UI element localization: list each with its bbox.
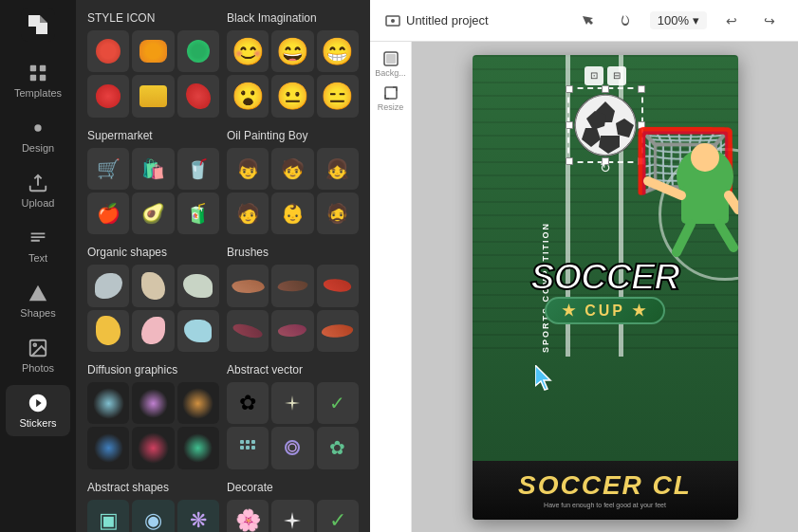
supermarket-grid: 🛒 🛍️ 🥤 🍎 🥑 🧃: [87, 148, 219, 235]
sticker-item[interactable]: 😑: [317, 75, 359, 117]
sticker-item[interactable]: [227, 427, 269, 468]
sticker-item[interactable]: [177, 75, 219, 117]
sticker-item[interactable]: [87, 382, 129, 424]
sticker-item[interactable]: [132, 427, 174, 468]
abstract-vec-icon: ✓: [329, 392, 345, 414]
crop-icon-btn[interactable]: ⊡: [585, 66, 603, 85]
sticker-item[interactable]: ✿: [317, 427, 359, 468]
decorate-title: Decorate: [227, 481, 359, 494]
sticker-item[interactable]: 👦: [227, 148, 269, 190]
sticker-item[interactable]: [177, 382, 219, 424]
sticker-item[interactable]: 🌸: [227, 500, 269, 532]
sticker-item[interactable]: [271, 500, 313, 532]
sticker-item[interactable]: [271, 427, 313, 468]
sticker-item[interactable]: [317, 265, 359, 306]
svg-rect-9: [240, 440, 244, 444]
brushes-grid: [227, 265, 359, 352]
project-title: Untitled project: [406, 13, 489, 28]
sidebar-item-templates[interactable]: Templates: [6, 55, 70, 106]
sticker-item[interactable]: [132, 382, 174, 424]
sticker-item[interactable]: 🧔: [317, 193, 359, 234]
ring-icon: [283, 438, 302, 457]
svg-rect-20: [386, 54, 396, 64]
canvas-viewport[interactable]: ⊡ ⊟ ↻: [412, 42, 798, 532]
sticker-item[interactable]: ✓: [317, 382, 359, 424]
redo-button[interactable]: ↪: [756, 8, 783, 34]
sticker-face: 😐: [276, 81, 309, 112]
svg-line-33: [729, 195, 738, 210]
sticker-item[interactable]: 🥑: [132, 193, 174, 234]
select-tool-button[interactable]: [574, 8, 601, 34]
sticker-item[interactable]: [87, 427, 129, 468]
sticker-item[interactable]: [87, 265, 129, 306]
background-tool-button[interactable]: Backg...: [376, 49, 406, 80]
flip-icon-btn[interactable]: ⊟: [607, 66, 626, 85]
sticker-item[interactable]: ✓: [317, 500, 359, 532]
selection-handle-tm[interactable]: [602, 85, 609, 93]
undo-button[interactable]: ↩: [718, 8, 745, 34]
sticker-item[interactable]: [227, 265, 269, 306]
canvas-left-tools: Backg... Resize: [370, 42, 412, 532]
sticker-item[interactable]: [132, 30, 174, 72]
brush-shape: [324, 278, 352, 294]
sticker-item[interactable]: [177, 30, 219, 72]
sticker-item[interactable]: ❋: [177, 500, 219, 532]
sticker-item[interactable]: [271, 310, 313, 352]
svg-rect-2: [40, 65, 46, 71]
flame-tool-button[interactable]: [612, 8, 639, 34]
sticker-item[interactable]: [132, 75, 174, 117]
sticker-item[interactable]: 🍎: [87, 193, 129, 234]
decorate-grid: 🌸 ✓ 🏺 ⚡ 🌿: [227, 500, 359, 532]
sticker-item[interactable]: 🧑: [227, 193, 269, 234]
resize-tool-button[interactable]: Resize: [376, 83, 406, 114]
sticker-item[interactable]: ▣: [87, 500, 129, 532]
sticker-item[interactable]: 🛍️: [132, 148, 174, 190]
decorate-icon: 🌸: [235, 508, 261, 532]
abstract-vec-icon: ✿: [239, 391, 256, 415]
sidebar-item-upload[interactable]: Upload: [6, 165, 70, 216]
sticker-item[interactable]: 😐: [271, 75, 313, 117]
sticker-item[interactable]: [87, 75, 129, 117]
grid-dots-icon: [238, 438, 257, 457]
sticker-item[interactable]: 🧒: [271, 148, 313, 190]
sticker-item[interactable]: [132, 310, 174, 352]
sticker-item[interactable]: [317, 310, 359, 352]
sticker-item[interactable]: [87, 310, 129, 352]
sticker-item[interactable]: 👧: [317, 148, 359, 190]
sticker-item[interactable]: ◉: [132, 500, 174, 532]
poster-tagline: Have fun enough to feel good at your fee…: [484, 502, 727, 508]
sticker-item[interactable]: [177, 265, 219, 306]
sticker-item[interactable]: ✿: [227, 382, 269, 424]
sticker-item[interactable]: 😊: [227, 30, 269, 72]
sidebar-item-photos[interactable]: Photos: [6, 330, 70, 381]
sidebar-item-stickers[interactable]: Stickers: [6, 385, 70, 436]
resize-label: Resize: [378, 102, 404, 112]
selection-handle-tr[interactable]: [638, 85, 645, 93]
sticker-item[interactable]: 🛒: [87, 148, 129, 190]
sticker-item[interactable]: [132, 265, 174, 306]
sticker-item[interactable]: 🥤: [177, 148, 219, 190]
sidebar-item-design[interactable]: Design: [6, 110, 70, 161]
sticker-item[interactable]: 😁: [317, 30, 359, 72]
sidebar-item-text[interactable]: Text: [6, 220, 70, 271]
sticker-item[interactable]: 👶: [271, 193, 313, 234]
sidebar-item-shapes[interactable]: Shapes: [6, 275, 70, 326]
zoom-control[interactable]: 100% ▾: [650, 11, 707, 29]
rotate-handle[interactable]: ↻: [600, 160, 611, 175]
sticker-item[interactable]: [87, 30, 129, 72]
sticker-item[interactable]: [227, 310, 269, 352]
selection-handle-bl[interactable]: [566, 157, 573, 165]
sticker-item[interactable]: 🧃: [177, 193, 219, 234]
zoom-chevron-icon: ▾: [693, 13, 699, 28]
sticker-item[interactable]: [271, 265, 313, 306]
selection-handle-lm[interactable]: [566, 121, 573, 129]
sticker-item[interactable]: [177, 310, 219, 352]
sticker-item[interactable]: [177, 427, 219, 468]
selection-handle-tl[interactable]: [566, 85, 573, 93]
organic-shape: [183, 274, 213, 297]
sticker-item[interactable]: 😮: [227, 75, 269, 117]
sticker-item[interactable]: [271, 382, 313, 424]
svg-rect-21: [385, 87, 397, 99]
sticker-item[interactable]: 😄: [271, 30, 313, 72]
brushes-section: Brushes: [227, 246, 359, 352]
